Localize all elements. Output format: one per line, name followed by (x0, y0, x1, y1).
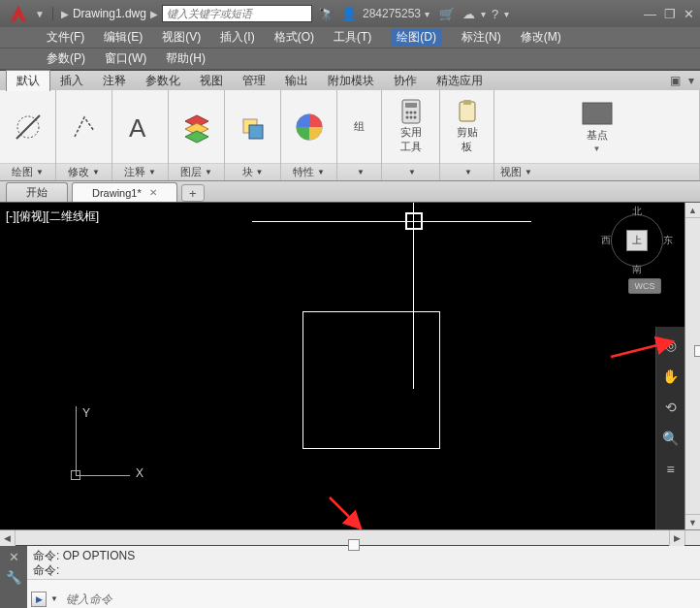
ribbon-tabs: 默认 插入 注释 参数化 视图 管理 输出 附加模块 协作 精选应用 ▣ ▾ (0, 70, 700, 90)
menu-edit[interactable]: 编辑(E) (104, 29, 143, 46)
tab-featured[interactable]: 精选应用 (427, 71, 493, 91)
tab-parametric[interactable]: 参数化 (136, 71, 190, 91)
doctab-drawing1[interactable]: Drawing1*✕ (72, 182, 177, 202)
app-logo[interactable] (6, 3, 31, 24)
menu-draw[interactable]: 绘图(D) (391, 28, 442, 47)
user-icon[interactable]: 👤 (341, 7, 357, 21)
menu-view[interactable]: 视图(V) (162, 29, 201, 46)
nav-orbit-icon[interactable]: ⟲ (660, 397, 682, 418)
calculator-icon (399, 100, 423, 123)
svg-point-13 (413, 115, 416, 118)
svg-rect-15 (463, 100, 471, 105)
v-scroll-thumb[interactable] (694, 345, 701, 357)
svg-rect-7 (405, 103, 417, 108)
svg-point-12 (409, 115, 412, 118)
minimize-button[interactable]: — (644, 7, 656, 21)
user-dropdown-icon[interactable]: ▾ (425, 9, 430, 19)
menu-window[interactable]: 窗口(W) (105, 50, 146, 67)
tab-view[interactable]: 视图 (190, 71, 233, 91)
drawing-area[interactable]: [-][俯视][二维线框] Y X 上 北 南 西 东 WCS (0, 203, 684, 529)
scroll-down-button[interactable]: ▼ (685, 514, 701, 529)
menu-file[interactable]: 文件(F) (47, 29, 84, 46)
tab-annotate[interactable]: 注释 (93, 71, 136, 91)
maximize-button[interactable]: ❐ (664, 7, 676, 21)
block-icon (236, 110, 270, 144)
doctab-start[interactable]: 开始 (6, 182, 68, 202)
viewport-label[interactable]: [-][俯视][二维线框] (6, 208, 99, 225)
cmd-tools-icon[interactable]: 🔧 (6, 570, 21, 585)
panel-annotate: A 注释▼ (112, 90, 169, 180)
nav-menu-icon[interactable]: ≡ (660, 459, 682, 480)
document-tabs: 开始 Drawing1*✕ + (0, 181, 700, 203)
cmd-close-icon[interactable]: ✕ (9, 550, 19, 564)
text-icon: A (123, 110, 158, 144)
horizontal-scrollbar[interactable]: ◀ ▶ (0, 529, 684, 545)
cloud-icon[interactable]: ☁ (462, 7, 475, 21)
tab-output[interactable]: 输出 (275, 71, 318, 91)
y-axis-label: Y (82, 406, 90, 420)
breadcrumb-arrow-icon: ▶ (61, 9, 69, 19)
cmd-dropdown-icon[interactable]: ▼ (50, 594, 58, 603)
modify-icon (67, 110, 102, 144)
properties-icon (292, 110, 327, 144)
nav-wheel-icon[interactable]: ◎ (660, 335, 682, 356)
menu-format[interactable]: 格式(O) (274, 29, 314, 46)
search-input[interactable] (162, 5, 312, 22)
panel-properties: 特性▼ (281, 90, 337, 180)
command-sidebar: ✕ 🔧 (0, 546, 27, 608)
binoculars-icon[interactable]: 🔭 (318, 7, 334, 21)
annotation-arrow-down (324, 494, 368, 534)
panel-draw: 绘图▼ (0, 90, 56, 180)
tab-insert[interactable]: 插入 (50, 71, 93, 91)
menu-modify[interactable]: 修改(M) (521, 29, 561, 46)
menu-help[interactable]: 帮助(H) (166, 50, 206, 67)
layers-icon (179, 110, 214, 144)
new-tab-button[interactable]: + (181, 184, 205, 202)
command-history: 命令: OP OPTIONS 命令: (27, 546, 700, 579)
tab-default[interactable]: 默认 (6, 70, 50, 91)
tab-collab[interactable]: 协作 (384, 71, 427, 91)
close-tab-icon[interactable]: ✕ (149, 187, 157, 198)
cloud-dropdown-icon[interactable]: ▾ (481, 9, 486, 19)
tab-manage[interactable]: 管理 (233, 71, 275, 91)
ribbon-collapse-icon[interactable]: ▾ (688, 74, 694, 87)
menu-params[interactable]: 参数(P) (47, 50, 85, 67)
vertical-scrollbar[interactable]: ▲ ▼ (684, 203, 700, 529)
document-title: Drawing1.dwg (73, 7, 146, 20)
scroll-left-button[interactable]: ◀ (0, 530, 16, 546)
close-button[interactable]: ✕ (684, 7, 694, 21)
svg-point-10 (413, 111, 416, 113)
ribbon-play-icon[interactable]: ▣ (670, 74, 681, 87)
cart-icon[interactable]: 🛒 (439, 7, 455, 21)
panel-utilities: 实用工具 ▼ (382, 90, 440, 180)
svg-line-18 (330, 497, 361, 528)
cmd-run-button[interactable]: ▶ (31, 592, 47, 607)
svg-point-11 (405, 115, 408, 118)
user-name[interactable]: 284275253 (363, 7, 421, 20)
menu-insert[interactable]: 插入(I) (220, 29, 254, 46)
wcs-badge[interactable]: WCS (628, 278, 661, 294)
svg-point-9 (409, 111, 412, 113)
menu-tools[interactable]: 工具(T) (334, 29, 371, 46)
clipboard-icon (456, 100, 479, 123)
line-icon (11, 110, 46, 144)
h-scroll-thumb[interactable] (348, 539, 360, 551)
nav-pan-icon[interactable]: ✋ (660, 366, 682, 387)
help-icon[interactable]: ? (492, 7, 498, 21)
panel-modify: 修改▼ (56, 90, 112, 180)
scroll-right-button[interactable]: ▶ (669, 530, 684, 546)
base-icon (581, 101, 614, 126)
view-cube[interactable]: 上 北 南 西 东 (605, 208, 669, 272)
menu-bar-1: 文件(F) 编辑(E) 视图(V) 插入(I) 格式(O) 工具(T) 绘图(D… (0, 27, 700, 48)
command-area: ✕ 🔧 命令: OP OPTIONS 命令: ▶ ▼ (0, 545, 700, 608)
nav-zoom-icon[interactable]: 🔍 (660, 428, 682, 449)
qat-dropdown-icon[interactable]: ▼ (35, 9, 45, 19)
menu-dimension[interactable]: 标注(N) (461, 29, 501, 46)
drawn-rectangle (302, 311, 440, 449)
svg-point-8 (405, 111, 408, 113)
help-dropdown-icon[interactable]: ▾ (504, 9, 509, 19)
scroll-up-button[interactable]: ▲ (685, 203, 701, 218)
command-input[interactable] (62, 591, 696, 608)
tab-addons[interactable]: 附加模块 (318, 71, 384, 91)
panel-layers: 图层▼ (169, 90, 225, 180)
